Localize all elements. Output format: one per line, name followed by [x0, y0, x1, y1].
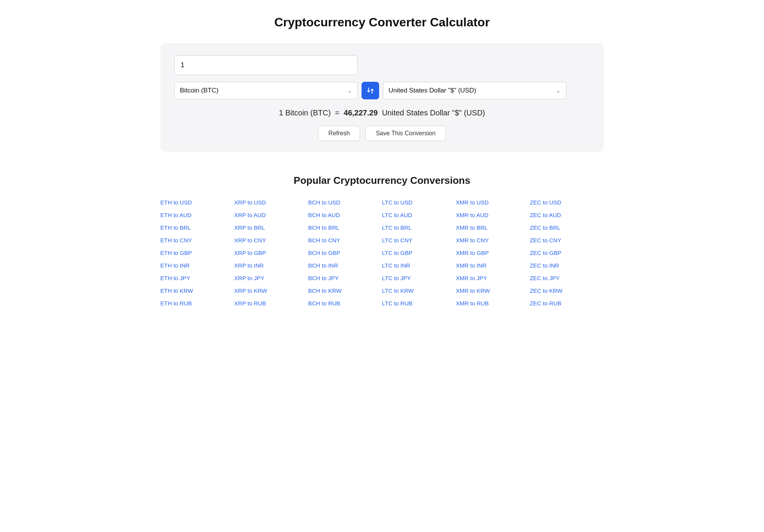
conversion-link[interactable]: XRP to AUD [234, 210, 308, 220]
conversion-link[interactable]: BCH to INR [308, 260, 382, 271]
conversion-link[interactable]: LTC to RUB [382, 298, 456, 308]
conversion-link[interactable]: XRP to GBP [234, 248, 308, 258]
conversion-link[interactable]: XRP to USD [234, 197, 308, 208]
conversion-link[interactable]: ZEC to BRL [530, 222, 603, 233]
conversion-link[interactable]: ETH to RUB [161, 298, 234, 308]
to-currency-select[interactable]: United States Dollar "$" (USD) ⌄ [383, 82, 566, 99]
conversion-link[interactable]: ETH to CNY [161, 235, 234, 245]
result-equals: = [335, 109, 339, 117]
conversion-link[interactable]: XRP to JPY [234, 273, 308, 283]
conversion-link[interactable]: BCH to USD [308, 197, 382, 208]
page-title: Cryptocurrency Converter Calculator [23, 15, 741, 29]
conversion-link[interactable]: ZEC to JPY [530, 273, 603, 283]
conversion-link[interactable]: XMR to CNY [456, 235, 530, 245]
from-currency-label: Bitcoin (BTC) [180, 87, 347, 94]
conversion-link[interactable]: XMR to BRL [456, 222, 530, 233]
refresh-button[interactable]: Refresh [318, 126, 360, 141]
converter-card: Bitcoin (BTC) ⌄ United States Dollar "$"… [161, 43, 604, 152]
from-currency-select[interactable]: Bitcoin (BTC) ⌄ [174, 82, 358, 99]
popular-conversions-section: Popular Cryptocurrency Conversions ETH t… [161, 175, 604, 308]
conversion-link[interactable]: ETH to USD [161, 197, 234, 208]
conversion-link[interactable]: XRP to RUB [234, 298, 308, 308]
conversion-link[interactable]: ZEC to USD [530, 197, 603, 208]
conversion-link[interactable]: XRP to CNY [234, 235, 308, 245]
swap-button[interactable] [362, 82, 379, 99]
conversion-link[interactable]: ZEC to GBP [530, 248, 603, 258]
conversion-link[interactable]: BCH to BRL [308, 222, 382, 233]
result-line: 1 Bitcoin (BTC) = 46,227.29 United State… [174, 109, 590, 117]
conversion-link[interactable]: BCH to GBP [308, 248, 382, 258]
to-currency-chevron-icon: ⌄ [556, 88, 561, 94]
conversion-link[interactable]: LTC to CNY [382, 235, 456, 245]
from-currency-chevron-icon: ⌄ [347, 88, 352, 94]
conversion-link[interactable]: ETH to KRW [161, 285, 234, 296]
save-conversion-button[interactable]: Save This Conversion [365, 126, 446, 141]
conversion-link[interactable]: BCH to AUD [308, 210, 382, 220]
conversion-link[interactable]: ZEC to RUB [530, 298, 603, 308]
conversion-link[interactable]: ETH to AUD [161, 210, 234, 220]
conversion-link[interactable]: BCH to KRW [308, 285, 382, 296]
conversion-link[interactable]: XMR to INR [456, 260, 530, 271]
conversion-link[interactable]: LTC to BRL [382, 222, 456, 233]
result-prefix: 1 Bitcoin (BTC) [279, 109, 331, 117]
conversion-link[interactable]: BCH to RUB [308, 298, 382, 308]
conversions-grid: ETH to USDETH to AUDETH to BRLETH to CNY… [161, 197, 604, 308]
conversion-link[interactable]: ZEC to CNY [530, 235, 603, 245]
conversion-link[interactable]: XMR to JPY [456, 273, 530, 283]
conversion-link[interactable]: XMR to GBP [456, 248, 530, 258]
conversion-link[interactable]: LTC to JPY [382, 273, 456, 283]
result-value: 46,227.29 [344, 109, 378, 117]
conversion-link[interactable]: LTC to INR [382, 260, 456, 271]
conversion-link[interactable]: XMR to RUB [456, 298, 530, 308]
conversion-link[interactable]: XMR to USD [456, 197, 530, 208]
conversion-link[interactable]: XRP to BRL [234, 222, 308, 233]
to-currency-label: United States Dollar "$" (USD) [389, 87, 556, 94]
amount-input[interactable] [174, 55, 358, 75]
conversion-link[interactable]: LTC to KRW [382, 285, 456, 296]
conversion-link[interactable]: ZEC to KRW [530, 285, 603, 296]
conversion-link[interactable]: ZEC to INR [530, 260, 603, 271]
result-suffix: United States Dollar "$" (USD) [382, 109, 485, 117]
popular-conversions-title: Popular Cryptocurrency Conversions [161, 175, 604, 187]
conversion-link[interactable]: ZEC to AUD [530, 210, 603, 220]
conversion-link[interactable]: XMR to KRW [456, 285, 530, 296]
conversion-link[interactable]: BCH to JPY [308, 273, 382, 283]
selectors-row: Bitcoin (BTC) ⌄ United States Dollar "$"… [174, 82, 590, 99]
conversion-link[interactable]: LTC to AUD [382, 210, 456, 220]
conversion-link[interactable]: LTC to USD [382, 197, 456, 208]
conversion-link[interactable]: ETH to GBP [161, 248, 234, 258]
conversion-link[interactable]: XRP to KRW [234, 285, 308, 296]
action-buttons: Refresh Save This Conversion [174, 126, 590, 141]
swap-icon [366, 86, 375, 95]
conversion-link[interactable]: ETH to JPY [161, 273, 234, 283]
conversion-link[interactable]: ETH to INR [161, 260, 234, 271]
conversion-link[interactable]: XMR to AUD [456, 210, 530, 220]
conversion-link[interactable]: LTC to GBP [382, 248, 456, 258]
conversion-link[interactable]: BCH to CNY [308, 235, 382, 245]
conversion-link[interactable]: ETH to BRL [161, 222, 234, 233]
conversion-link[interactable]: XRP to INR [234, 260, 308, 271]
